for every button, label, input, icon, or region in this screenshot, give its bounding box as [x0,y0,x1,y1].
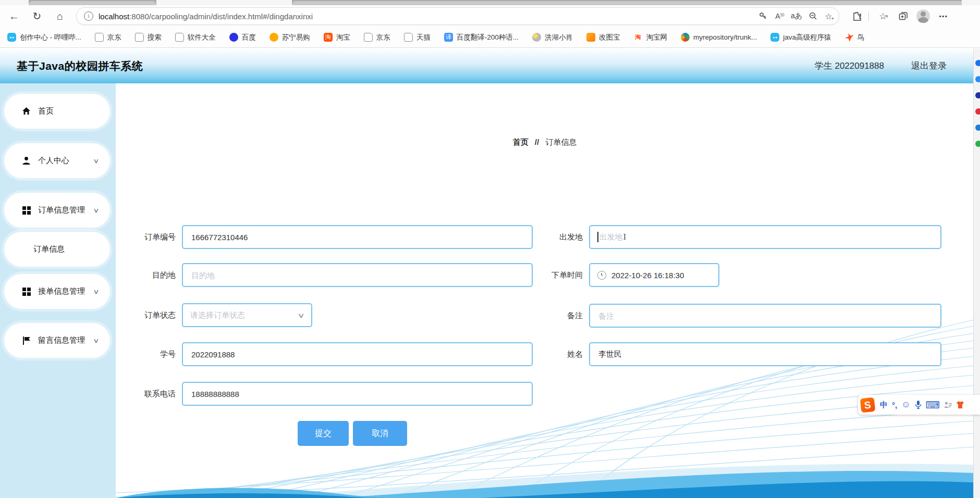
remark-input[interactable] [589,304,941,328]
destination-input[interactable] [182,263,533,287]
inactive-tab[interactable] [29,1,156,5]
collections-icon[interactable] [895,8,912,24]
sidebar-item-label: 订单信息管理 [38,205,85,215]
cancel-button[interactable]: 取消 [353,421,407,446]
ime-chinese-mode-icon[interactable]: 中 [880,400,888,410]
file-favicon-icon [404,33,413,42]
bookmark-item[interactable]: 百度翻译-200种语... [444,33,519,42]
edge-strip-icon[interactable] [975,60,980,66]
edge-strip-icon[interactable] [975,124,980,131]
bookmark-item[interactable]: 天猫 [404,33,431,42]
chevron-down-icon: ∨ [93,288,99,295]
phone-input[interactable] [182,382,533,406]
bookmark-item[interactable]: 淘宝 [324,33,350,42]
bookmark-item[interactable]: 淘宝网 [634,33,668,42]
url-text[interactable]: localhost:8080/carpooling/admin/dist/ind… [99,12,755,21]
bookmark-item[interactable]: 百度 [229,33,256,42]
student-id-input[interactable] [182,342,533,366]
bookmark-label: 京东 [376,33,390,42]
bookmark-item[interactable]: 改图宝 [586,33,620,42]
bookmark-item[interactable]: 苏宁易购 [270,33,310,42]
field-label: 备注 [514,311,583,321]
bookmark-item[interactable]: 软件大全 [175,33,216,42]
home-button[interactable]: ⌂ [51,7,69,25]
toolbar-separator [868,11,869,21]
clock-icon [597,271,606,280]
bookmark-item[interactable]: 京东 [95,33,121,42]
refresh-button[interactable]: ↻ [28,7,46,25]
bookmark-item[interactable]: 洪湖小肖 [532,33,573,42]
grid-icon [22,287,31,296]
sidebar-item-order-info-mgmt[interactable]: 订单信息管理 ∨ [4,193,110,228]
sogou-logo-icon[interactable]: S [860,397,876,413]
edge-strip-icon[interactable] [975,141,980,147]
file-favicon-icon [95,33,104,42]
tabstrip-segment [962,0,980,5]
file-favicon-icon [364,33,373,42]
address-bar[interactable]: i localhost:8080/carpooling/admin/dist/i… [76,7,839,25]
chevron-down-icon: ∨ [93,157,99,165]
site-info-icon[interactable]: i [84,11,93,21]
sidebar-item-home[interactable]: 首页 [4,94,110,129]
submit-button[interactable]: 提交 [298,421,349,446]
breadcrumb-home[interactable]: 首页 [513,138,529,146]
order-number-input[interactable] [182,225,533,249]
edge-strip-icon[interactable] [975,92,980,98]
ime-punctuation-icon[interactable]: °, [892,401,897,409]
bookmark-item[interactable]: 搜索 [135,33,162,42]
bookmark-label: 软件大全 [188,33,216,42]
home-icon [22,107,31,116]
favorites-list-icon[interactable]: ☆≡ [875,8,892,24]
bookmark-item[interactable]: myrepository/trunk... [681,33,757,42]
sidebar-item-label: 留言信息管理 [38,335,85,345]
field-order-status: 订单状态 请选择订单状态 ∨ [116,303,312,327]
profile-avatar[interactable] [915,8,932,24]
baidu-favicon-icon [229,33,238,42]
active-tab[interactable] [156,0,292,5]
edge-sidebar-strip[interactable] [973,48,980,498]
breadcrumb-separator: // [535,138,539,146]
bookmark-item[interactable]: 创作中心 - 哔哩哔... [7,33,81,42]
extensions-icon[interactable] [849,8,865,24]
name-input[interactable] [589,342,941,366]
bilibili-favicon-icon [7,33,16,42]
sidebar-item-label: 接单信息管理 [38,287,85,296]
sidebar: 首页 个人中心 ∨ 订单信息管理 ∨ 订单信息 [0,83,116,498]
ime-emoji-icon[interactable]: ☺ [901,400,910,410]
bilibili-favicon-icon [770,33,779,42]
ime-skin-icon[interactable] [956,401,964,409]
read-aloud-icon[interactable]: A))) [772,9,788,23]
sidebar-subitem-order-info[interactable]: 订单信息 [4,232,110,267]
order-status-select[interactable]: 请选择订单状态 ∨ [182,303,312,327]
ime-profile-icon[interactable] [944,401,952,408]
order-time-picker[interactable]: 2022-10-26 16:18:30 [589,263,719,287]
edge-strip-icon[interactable] [975,108,980,115]
add-favorite-icon[interactable]: ☆＋ [822,9,838,23]
avatar [916,9,930,23]
logout-link[interactable]: 退出登录 [911,60,947,72]
bookmark-item[interactable]: 京东 [364,33,390,42]
sidebar-item-accept-order-mgmt[interactable]: 接单信息管理 ∨ [4,274,110,309]
bird-favicon-icon [845,33,854,42]
bookmark-item[interactable]: 鸟 [845,33,865,42]
ibeam-cursor: I [623,232,627,242]
sidebar-item-message-mgmt[interactable]: 留言信息管理 ∨ [4,323,110,358]
chevron-down-icon: ∨ [93,337,99,344]
breadcrumb: 首页 // 订单信息 [116,138,974,147]
field-order-time: 下单时间 2022-10-26 16:18:30 [514,263,719,287]
zoom-out-icon[interactable] [805,9,821,23]
sidebar-item-personal-center[interactable]: 个人中心 ∨ [4,143,110,178]
select-placeholder: 请选择订单状态 [190,310,245,320]
ime-keyboard-icon[interactable]: ⌨ [926,399,940,411]
edge-strip-icon[interactable] [975,76,980,82]
ime-mic-icon[interactable] [915,401,922,409]
bookmark-label: 天猫 [416,33,431,42]
sidebar-item-label: 订单信息 [33,244,65,254]
departure-input[interactable]: 出发地 I [589,225,941,249]
bookmark-item[interactable]: java高级程序猿 [770,33,831,42]
back-button[interactable]: ← [5,7,23,25]
field-destination: 目的地 [116,263,533,287]
password-key-icon[interactable] [755,9,771,23]
translate-icon[interactable]: aあ [789,9,804,23]
more-menu-icon[interactable]: ⋯ [935,8,951,24]
